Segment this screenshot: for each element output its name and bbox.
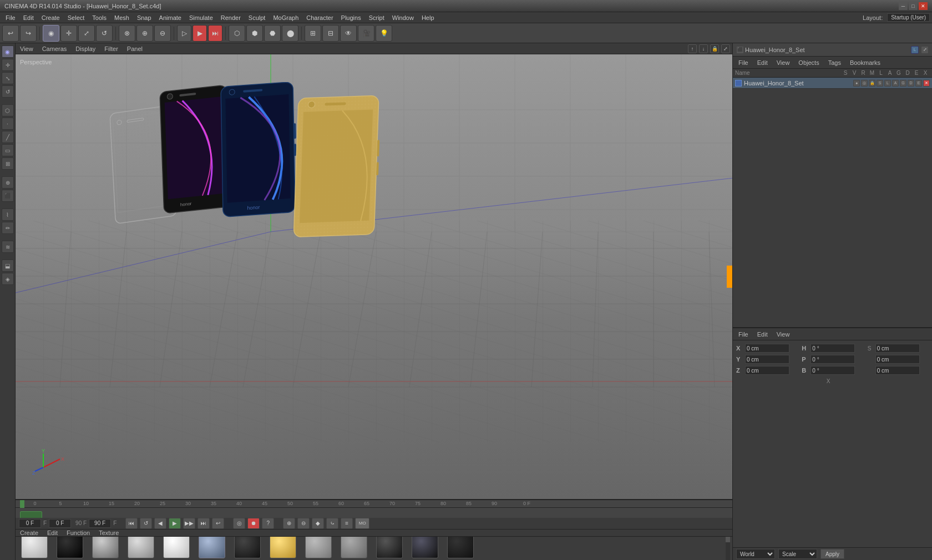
uv-mode-btn-l[interactable]: ⊞ [2, 157, 14, 170]
obj-menu-edit[interactable]: Edit [755, 59, 770, 66]
menu-sculpt[interactable]: Sculpt [245, 14, 269, 22]
prev-frame-btn[interactable]: ↺ [140, 518, 152, 529]
point-mode-btn-l[interactable]: · [2, 118, 14, 130]
menu-character[interactable]: Character [303, 14, 336, 22]
floor-tool[interactable]: ⌇ [2, 208, 14, 221]
edge-mode-btn-l[interactable]: ╱ [2, 131, 14, 143]
view-btn[interactable]: 👁 [340, 25, 357, 42]
motion-btn[interactable]: MO [355, 518, 369, 529]
redo-button[interactable]: ↪ [20, 25, 37, 42]
obj-icon-delete[interactable]: ✕ [923, 80, 930, 86]
scale-y-input[interactable] [875, 355, 920, 364]
viewport-frame-next[interactable]: ↓ [699, 44, 708, 53]
pen-tool[interactable]: ✏ [2, 222, 14, 234]
autokey-btn[interactable]: ⏺ [247, 518, 260, 529]
obj-menu-bookmarks[interactable]: Bookmarks [848, 59, 883, 66]
viewport-3d[interactable]: honor [16, 54, 732, 499]
mat-list-scrollbar-thumb[interactable] [726, 537, 730, 542]
menu-snap[interactable]: Snap [134, 14, 155, 22]
scale-left-tool[interactable]: ⤡ [2, 72, 14, 84]
scale-tool[interactable]: ⤢ [78, 25, 95, 42]
obj-menu-objects[interactable]: Objects [796, 59, 821, 66]
undo-button[interactable]: ↩ [2, 25, 19, 42]
obj-icon-lock[interactable]: 🔒 [869, 80, 875, 86]
grid-btn[interactable]: ⊟ [322, 25, 339, 42]
obj-mode-btn[interactable]: ⬡ [229, 25, 245, 42]
record-btn[interactable]: ◎ [233, 518, 245, 529]
next-key-btn[interactable]: ▶▶ [183, 518, 195, 529]
coord-btn[interactable]: ⊖ [154, 25, 171, 42]
obj-menu-view[interactable]: View [774, 59, 792, 66]
layout-dropdown[interactable]: Startup (User) [887, 13, 930, 22]
x-pos-input[interactable] [745, 344, 789, 353]
del-key-btn[interactable]: ⊖ [297, 518, 310, 529]
obj-icon-anim[interactable]: A [892, 80, 899, 86]
menu-simulate[interactable]: Simulate [186, 14, 216, 22]
material-glass[interactable]: glass [195, 537, 229, 560]
menu-animate[interactable]: Animate [156, 14, 185, 22]
orange-tab[interactable] [727, 266, 732, 288]
deform-tool[interactable]: ◈ [2, 273, 14, 285]
attr-menu-file[interactable]: File [736, 331, 751, 338]
material-chrome[interactable]: chrome [124, 537, 158, 560]
play-btn[interactable]: ▶ [169, 518, 181, 529]
start-frame-input[interactable] [49, 519, 71, 528]
menu-edit[interactable]: Edit [20, 14, 37, 22]
mark-btn[interactable]: ? [262, 518, 274, 529]
timeline-track[interactable] [16, 508, 732, 518]
material-display-white[interactable]: display_wh... [160, 537, 193, 560]
material-no-empty-tin[interactable]: no_empty_ti... [231, 537, 264, 560]
add-key-btn[interactable]: ⊕ [283, 518, 295, 529]
poly-mode-btn-l[interactable]: ▭ [2, 144, 14, 156]
undo-obj-btn[interactable]: ⊗ [119, 25, 135, 42]
texture-mode-btn[interactable]: ⬛ [2, 190, 14, 202]
apply-button[interactable]: Apply [820, 549, 844, 559]
minimize-button[interactable]: ─ [899, 2, 908, 10]
b-rot-input[interactable] [811, 366, 855, 375]
mat-list-scrollbar[interactable] [726, 537, 730, 560]
p-rot-input[interactable] [811, 355, 855, 364]
loop-btn[interactable]: ↩ [212, 518, 224, 529]
viewport-menu-filter[interactable]: Filter [102, 45, 120, 52]
rotate-tool[interactable]: ↺ [96, 25, 113, 42]
displace-tool[interactable]: ≋ [2, 241, 14, 253]
maximize-button[interactable]: □ [909, 2, 918, 10]
obj-icon-deform[interactable]: D [908, 80, 914, 86]
menu-file[interactable]: File [2, 14, 19, 22]
viewport-menu-cameras[interactable]: Cameras [40, 45, 69, 52]
menu-help[interactable]: Help [418, 14, 438, 22]
render-all-btn[interactable]: ⏭ [208, 25, 222, 42]
obj-icon-gen[interactable]: G [900, 80, 906, 86]
cam-btn[interactable]: 🎥 [358, 25, 374, 42]
goto-start-btn[interactable]: ⏮ [125, 518, 138, 529]
end-frame-input[interactable] [89, 519, 111, 528]
menu-render[interactable]: Render [217, 14, 244, 22]
attr-menu-edit[interactable]: Edit [755, 331, 770, 338]
edge-mode-btn[interactable]: ⬣ [264, 25, 281, 42]
obj-icon-layer[interactable]: L [884, 80, 891, 86]
timeline-btn[interactable]: ≡ [341, 518, 353, 529]
menu-tools[interactable]: Tools [89, 14, 110, 22]
render-active-btn[interactable]: ▶ [193, 25, 207, 42]
material-pins[interactable]: pins [266, 537, 300, 560]
scale-x-input[interactable] [875, 344, 920, 353]
obj-menu-tags[interactable]: Tags [826, 59, 843, 66]
menu-script[interactable]: Script [366, 14, 388, 22]
obj-icon-render[interactable]: ◎ [861, 80, 868, 86]
move-left-tool[interactable]: ✛ [2, 59, 14, 71]
material-body-black[interactable]: body_black [373, 537, 406, 560]
live-selection-tool[interactable]: ◉ [43, 25, 59, 42]
scale-dropdown[interactable]: Scale [778, 549, 817, 559]
viewport-frame-prev[interactable]: ↑ [688, 44, 697, 53]
mat-menu-function[interactable]: Function [64, 530, 92, 536]
model-mode-btn[interactable]: ⬡ [2, 104, 14, 116]
viewport-menu-panel[interactable]: Panel [125, 45, 145, 52]
layer-tool[interactable]: ⬓ [2, 259, 14, 272]
material-display-black[interactable]: display_bla... [408, 537, 442, 560]
rotate-left-tool[interactable]: ↺ [2, 85, 14, 98]
material-under-glass2[interactable]: under_glas... [444, 537, 477, 560]
material-under-glass[interactable]: under_glas... [302, 537, 335, 560]
material-body-white[interactable]: body_whit... [18, 537, 51, 560]
polygon-mode-btn[interactable]: ⬤ [282, 25, 298, 42]
menu-mograph[interactable]: MoGraph [270, 14, 302, 22]
